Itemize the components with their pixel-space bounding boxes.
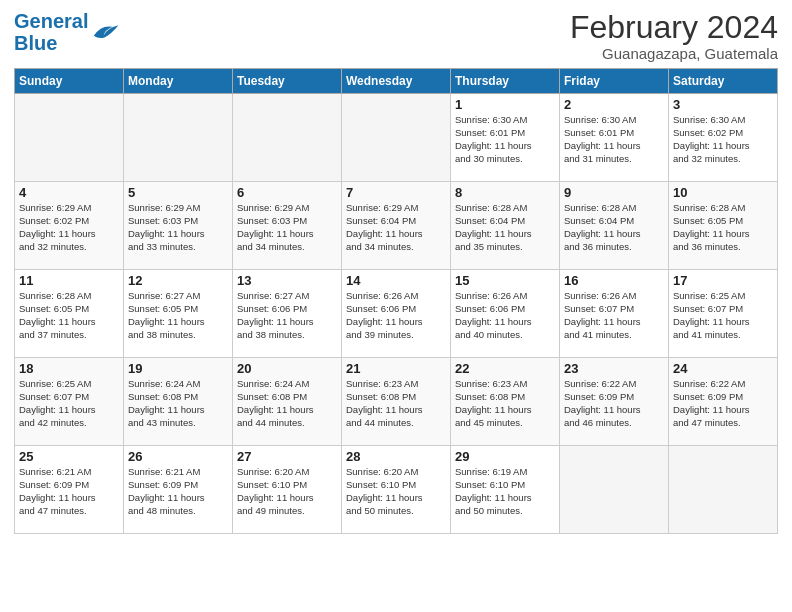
day-cell: 13Sunrise: 6:27 AM Sunset: 6:06 PM Dayli… xyxy=(233,270,342,358)
day-info: Sunrise: 6:23 AM Sunset: 6:08 PM Dayligh… xyxy=(346,378,446,429)
day-info: Sunrise: 6:22 AM Sunset: 6:09 PM Dayligh… xyxy=(673,378,773,429)
day-cell: 16Sunrise: 6:26 AM Sunset: 6:07 PM Dayli… xyxy=(560,270,669,358)
day-number: 18 xyxy=(19,361,119,376)
day-number: 8 xyxy=(455,185,555,200)
day-number: 3 xyxy=(673,97,773,112)
day-info: Sunrise: 6:27 AM Sunset: 6:05 PM Dayligh… xyxy=(128,290,228,341)
col-wednesday: Wednesday xyxy=(342,69,451,94)
col-thursday: Thursday xyxy=(451,69,560,94)
day-cell: 23Sunrise: 6:22 AM Sunset: 6:09 PM Dayli… xyxy=(560,358,669,446)
day-number: 19 xyxy=(128,361,228,376)
day-info: Sunrise: 6:30 AM Sunset: 6:01 PM Dayligh… xyxy=(564,114,664,165)
day-info: Sunrise: 6:30 AM Sunset: 6:01 PM Dayligh… xyxy=(455,114,555,165)
day-info: Sunrise: 6:24 AM Sunset: 6:08 PM Dayligh… xyxy=(128,378,228,429)
day-info: Sunrise: 6:28 AM Sunset: 6:05 PM Dayligh… xyxy=(673,202,773,253)
week-row-1: 4Sunrise: 6:29 AM Sunset: 6:02 PM Daylig… xyxy=(15,182,778,270)
day-number: 13 xyxy=(237,273,337,288)
day-info: Sunrise: 6:24 AM Sunset: 6:08 PM Dayligh… xyxy=(237,378,337,429)
day-number: 1 xyxy=(455,97,555,112)
day-cell: 15Sunrise: 6:26 AM Sunset: 6:06 PM Dayli… xyxy=(451,270,560,358)
day-info: Sunrise: 6:26 AM Sunset: 6:07 PM Dayligh… xyxy=(564,290,664,341)
day-info: Sunrise: 6:20 AM Sunset: 6:10 PM Dayligh… xyxy=(237,466,337,517)
day-info: Sunrise: 6:20 AM Sunset: 6:10 PM Dayligh… xyxy=(346,466,446,517)
day-number: 27 xyxy=(237,449,337,464)
day-number: 25 xyxy=(19,449,119,464)
day-number: 15 xyxy=(455,273,555,288)
day-number: 26 xyxy=(128,449,228,464)
day-number: 6 xyxy=(237,185,337,200)
day-number: 12 xyxy=(128,273,228,288)
day-cell: 3Sunrise: 6:30 AM Sunset: 6:02 PM Daylig… xyxy=(669,94,778,182)
day-number: 9 xyxy=(564,185,664,200)
day-info: Sunrise: 6:28 AM Sunset: 6:04 PM Dayligh… xyxy=(564,202,664,253)
day-number: 17 xyxy=(673,273,773,288)
col-tuesday: Tuesday xyxy=(233,69,342,94)
day-info: Sunrise: 6:25 AM Sunset: 6:07 PM Dayligh… xyxy=(673,290,773,341)
day-cell: 26Sunrise: 6:21 AM Sunset: 6:09 PM Dayli… xyxy=(124,446,233,534)
day-cell xyxy=(124,94,233,182)
day-info: Sunrise: 6:30 AM Sunset: 6:02 PM Dayligh… xyxy=(673,114,773,165)
day-cell: 5Sunrise: 6:29 AM Sunset: 6:03 PM Daylig… xyxy=(124,182,233,270)
day-info: Sunrise: 6:21 AM Sunset: 6:09 PM Dayligh… xyxy=(128,466,228,517)
day-info: Sunrise: 6:29 AM Sunset: 6:03 PM Dayligh… xyxy=(128,202,228,253)
day-cell: 1Sunrise: 6:30 AM Sunset: 6:01 PM Daylig… xyxy=(451,94,560,182)
day-cell: 21Sunrise: 6:23 AM Sunset: 6:08 PM Dayli… xyxy=(342,358,451,446)
day-cell: 2Sunrise: 6:30 AM Sunset: 6:01 PM Daylig… xyxy=(560,94,669,182)
day-number: 22 xyxy=(455,361,555,376)
week-row-0: 1Sunrise: 6:30 AM Sunset: 6:01 PM Daylig… xyxy=(15,94,778,182)
day-info: Sunrise: 6:25 AM Sunset: 6:07 PM Dayligh… xyxy=(19,378,119,429)
day-cell: 8Sunrise: 6:28 AM Sunset: 6:04 PM Daylig… xyxy=(451,182,560,270)
day-number: 7 xyxy=(346,185,446,200)
day-number: 14 xyxy=(346,273,446,288)
week-row-4: 25Sunrise: 6:21 AM Sunset: 6:09 PM Dayli… xyxy=(15,446,778,534)
day-number: 24 xyxy=(673,361,773,376)
day-cell: 24Sunrise: 6:22 AM Sunset: 6:09 PM Dayli… xyxy=(669,358,778,446)
col-sunday: Sunday xyxy=(15,69,124,94)
day-cell: 9Sunrise: 6:28 AM Sunset: 6:04 PM Daylig… xyxy=(560,182,669,270)
col-friday: Friday xyxy=(560,69,669,94)
calendar-title: February 2024 xyxy=(570,10,778,45)
day-cell: 7Sunrise: 6:29 AM Sunset: 6:04 PM Daylig… xyxy=(342,182,451,270)
day-number: 11 xyxy=(19,273,119,288)
day-info: Sunrise: 6:29 AM Sunset: 6:02 PM Dayligh… xyxy=(19,202,119,253)
day-cell: 12Sunrise: 6:27 AM Sunset: 6:05 PM Dayli… xyxy=(124,270,233,358)
day-info: Sunrise: 6:26 AM Sunset: 6:06 PM Dayligh… xyxy=(346,290,446,341)
day-cell: 27Sunrise: 6:20 AM Sunset: 6:10 PM Dayli… xyxy=(233,446,342,534)
day-info: Sunrise: 6:23 AM Sunset: 6:08 PM Dayligh… xyxy=(455,378,555,429)
day-number: 5 xyxy=(128,185,228,200)
day-info: Sunrise: 6:28 AM Sunset: 6:04 PM Dayligh… xyxy=(455,202,555,253)
day-info: Sunrise: 6:27 AM Sunset: 6:06 PM Dayligh… xyxy=(237,290,337,341)
day-cell: 14Sunrise: 6:26 AM Sunset: 6:06 PM Dayli… xyxy=(342,270,451,358)
title-block: February 2024 Guanagazapa, Guatemala xyxy=(570,10,778,62)
day-cell: 18Sunrise: 6:25 AM Sunset: 6:07 PM Dayli… xyxy=(15,358,124,446)
day-info: Sunrise: 6:26 AM Sunset: 6:06 PM Dayligh… xyxy=(455,290,555,341)
calendar-subtitle: Guanagazapa, Guatemala xyxy=(570,45,778,62)
day-number: 29 xyxy=(455,449,555,464)
page: GeneralBlue February 2024 Guanagazapa, G… xyxy=(0,0,792,612)
day-cell: 22Sunrise: 6:23 AM Sunset: 6:08 PM Dayli… xyxy=(451,358,560,446)
day-cell xyxy=(233,94,342,182)
day-cell: 4Sunrise: 6:29 AM Sunset: 6:02 PM Daylig… xyxy=(15,182,124,270)
week-row-2: 11Sunrise: 6:28 AM Sunset: 6:05 PM Dayli… xyxy=(15,270,778,358)
calendar-table: Sunday Monday Tuesday Wednesday Thursday… xyxy=(14,68,778,534)
day-cell: 6Sunrise: 6:29 AM Sunset: 6:03 PM Daylig… xyxy=(233,182,342,270)
day-cell xyxy=(342,94,451,182)
day-number: 16 xyxy=(564,273,664,288)
logo-text: GeneralBlue xyxy=(14,10,88,54)
day-number: 2 xyxy=(564,97,664,112)
day-number: 10 xyxy=(673,185,773,200)
day-number: 21 xyxy=(346,361,446,376)
header-row: Sunday Monday Tuesday Wednesday Thursday… xyxy=(15,69,778,94)
day-info: Sunrise: 6:21 AM Sunset: 6:09 PM Dayligh… xyxy=(19,466,119,517)
day-cell: 28Sunrise: 6:20 AM Sunset: 6:10 PM Dayli… xyxy=(342,446,451,534)
logo-bird-icon xyxy=(90,20,120,44)
day-cell: 10Sunrise: 6:28 AM Sunset: 6:05 PM Dayli… xyxy=(669,182,778,270)
day-info: Sunrise: 6:28 AM Sunset: 6:05 PM Dayligh… xyxy=(19,290,119,341)
day-number: 4 xyxy=(19,185,119,200)
day-number: 20 xyxy=(237,361,337,376)
day-cell: 25Sunrise: 6:21 AM Sunset: 6:09 PM Dayli… xyxy=(15,446,124,534)
day-cell: 29Sunrise: 6:19 AM Sunset: 6:10 PM Dayli… xyxy=(451,446,560,534)
day-cell: 11Sunrise: 6:28 AM Sunset: 6:05 PM Dayli… xyxy=(15,270,124,358)
col-saturday: Saturday xyxy=(669,69,778,94)
header: GeneralBlue February 2024 Guanagazapa, G… xyxy=(14,10,778,62)
